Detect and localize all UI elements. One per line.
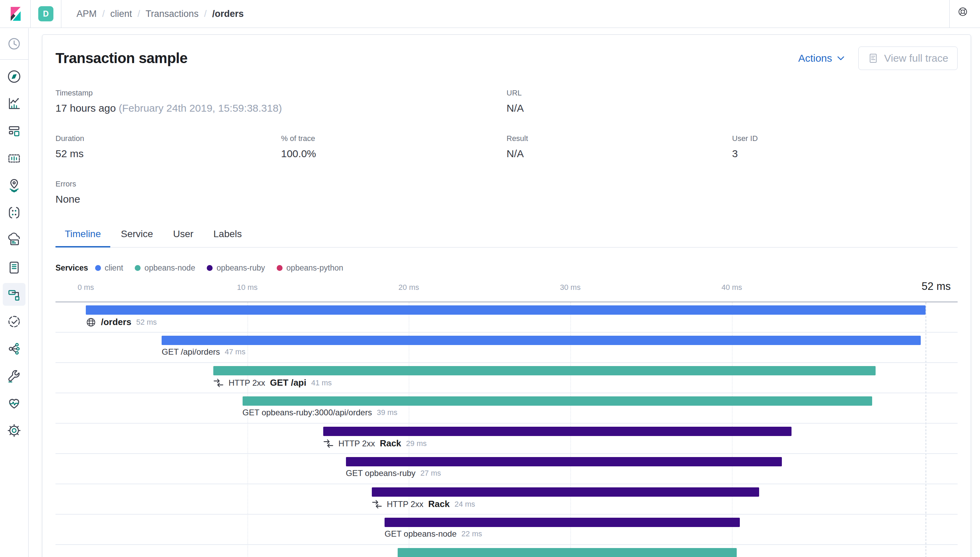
waterfall-bar-client[interactable] <box>162 336 921 345</box>
waterfall-row: GET /api/orders 47 ms <box>55 332 957 363</box>
waterfall-bar-opbeans-ruby[interactable] <box>346 457 782 466</box>
actions-dropdown[interactable]: Actions <box>798 52 844 64</box>
timeline-axis: 52 ms 0 ms10 ms20 ms30 ms40 ms <box>55 280 957 302</box>
compass-icon <box>7 69 22 84</box>
breadcrumb-separator: / <box>102 9 105 19</box>
chevron-down-icon <box>837 56 845 61</box>
heart-pulse-icon <box>7 396 22 411</box>
tab-bar: TimelineServiceUserLabels <box>55 225 957 248</box>
metadata-label: User ID <box>732 134 958 143</box>
waterfall-bar-opbeans-node[interactable] <box>213 366 875 375</box>
legend-item-client[interactable]: client <box>95 263 124 273</box>
view-full-trace-label: View full trace <box>884 52 948 64</box>
waterfall-label[interactable]: HTTP 2xx Rack 29 ms <box>323 438 427 449</box>
sidebar-item-ml-nodes[interactable] <box>3 201 26 224</box>
document-icon <box>868 53 879 64</box>
waterfall-bar-opbeans-node[interactable] <box>242 396 873 406</box>
sidebar-item-map-pin[interactable] <box>3 174 26 197</box>
metadata-url: URL N/A <box>507 89 732 114</box>
waterfall-label[interactable]: GET opbeans-node 22 ms <box>385 529 482 539</box>
waterfall-row: GET opbeans-node 22 ms <box>55 515 957 545</box>
sidebar-item-canvas-frame[interactable] <box>3 147 26 169</box>
axis-tick: 30 ms <box>560 283 581 292</box>
apm-branch-icon <box>7 287 22 302</box>
breadcrumb-separator: / <box>204 9 207 19</box>
space-avatar[interactable]: D <box>38 6 54 21</box>
metadata-value: N/A <box>507 148 732 160</box>
sidebar-item-apm-branch[interactable] <box>3 283 26 306</box>
kibana-logo[interactable] <box>0 6 30 22</box>
metadata-label: Errors <box>55 179 281 189</box>
breadcrumb-item-apm[interactable]: APM <box>76 9 97 19</box>
view-full-trace-button[interactable]: View full trace <box>858 47 957 70</box>
legend-item-opbeans-node[interactable]: opbeans-node <box>135 263 195 273</box>
bar-chart-icon <box>7 96 22 111</box>
breadcrumb-item-orders: /orders <box>212 9 244 19</box>
tab-timeline[interactable]: Timeline <box>55 225 110 247</box>
transaction-sample-panel: Transaction sample Actions View full tra… <box>42 34 971 557</box>
sidebar-item-gear[interactable] <box>3 419 26 442</box>
metadata-value: 3 <box>732 148 958 160</box>
waterfall-label[interactable]: GET opbeans-ruby:3000/api/orders 39 ms <box>242 408 398 417</box>
page-title: Transaction sample <box>55 50 187 67</box>
legend-color-dot <box>207 265 213 271</box>
sidebar-item-wrench[interactable] <box>3 365 26 388</box>
waterfall-row: HTTP 2xx Rack 29 ms <box>55 423 957 454</box>
waterfall-name: GET opbeans-node <box>385 529 457 539</box>
merge-icon <box>213 378 224 388</box>
tab-service[interactable]: Service <box>112 225 162 247</box>
top-bar: D APM/client/Transactions//orders <box>0 0 980 28</box>
legend-item-opbeans-python[interactable]: opbeans-python <box>277 263 343 273</box>
breadcrumb-item-transactions[interactable]: Transactions <box>146 9 199 19</box>
cloud-server-icon <box>7 232 22 248</box>
clock-check-icon <box>7 314 22 329</box>
help-button[interactable] <box>950 7 980 21</box>
clock-icon <box>7 36 22 51</box>
waterfall-row: /orders 52 ms <box>55 302 957 332</box>
share-nodes-icon <box>7 341 22 357</box>
life-ring-icon <box>957 7 972 21</box>
waterfall-label[interactable]: HTTP 2xx GET /api 41 ms <box>213 378 332 388</box>
sidebar-item-scroll[interactable] <box>3 256 26 278</box>
sidebar-item-clock[interactable] <box>3 33 26 55</box>
waterfall-label[interactable]: GET /api/orders 47 ms <box>162 347 245 357</box>
waterfall-duration: 39 ms <box>377 408 397 417</box>
canvas-frame-icon <box>7 151 22 166</box>
sidebar-item-bar-chart[interactable] <box>3 92 26 115</box>
scroll-icon <box>7 259 22 275</box>
axis-tick: 10 ms <box>237 283 258 292</box>
breadcrumb-item-client[interactable]: client <box>110 9 132 19</box>
gear-icon <box>7 423 22 438</box>
waterfall-row: GET opbeans-ruby:3000/api/orders 39 ms <box>55 393 957 423</box>
sidebar-item-compass[interactable] <box>3 65 26 88</box>
axis-tick: 40 ms <box>722 283 742 292</box>
waterfall-bar-opbeans-ruby[interactable] <box>385 518 740 527</box>
sidebar-item-cloud-server[interactable] <box>3 228 26 251</box>
sidebar-item-heart-pulse[interactable] <box>3 392 26 415</box>
waterfall-label[interactable]: GET opbeans-ruby 27 ms <box>346 468 441 478</box>
waterfall-label[interactable]: /orders 52 ms <box>86 317 157 327</box>
waterfall-bar-opbeans-node[interactable] <box>398 548 737 557</box>
waterfall-label[interactable]: HTTP 2xx Rack 24 ms <box>372 499 475 510</box>
waterfall-bar-opbeans-ruby[interactable] <box>323 427 791 436</box>
waterfall-bar-client[interactable] <box>86 305 926 315</box>
axis-tick: 0 ms <box>78 283 94 292</box>
services-legend: Services client opbeans-node opbeans-rub… <box>55 263 957 273</box>
waterfall-row: HTTP 2xx GET /api 21 ms <box>55 545 957 557</box>
legend-item-opbeans-ruby[interactable]: opbeans-ruby <box>207 263 265 273</box>
metadata-value: 17 hours ago <box>55 103 116 114</box>
metadata-timestamp: Timestamp 17 hours ago (February 24th 20… <box>55 89 507 114</box>
legend-color-dot <box>135 265 141 271</box>
waterfall-duration: 47 ms <box>225 347 245 357</box>
tab-user[interactable]: User <box>164 225 203 247</box>
merge-icon <box>372 499 382 510</box>
metadata-value: 52 ms <box>55 148 281 160</box>
tab-labels[interactable]: Labels <box>204 225 251 247</box>
waterfall-bar-opbeans-ruby[interactable] <box>372 487 759 497</box>
sidebar-item-share-nodes[interactable] <box>3 337 26 360</box>
sidebar-item-clock-check[interactable] <box>3 310 26 333</box>
metadata-pct-of-trace: % of trace 100.0% <box>281 134 507 160</box>
sidebar-item-dashboard[interactable] <box>3 120 26 142</box>
ml-nodes-icon <box>7 205 22 220</box>
waterfall-prefix: HTTP 2xx <box>228 378 265 388</box>
